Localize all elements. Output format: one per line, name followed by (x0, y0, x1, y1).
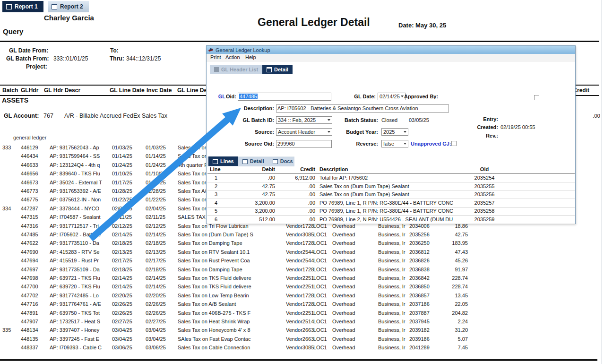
report-row[interactable]: 447716AP: 9317764761 - A/E02/26/2502/26/… (0, 301, 604, 309)
report-row[interactable]: 447907AP: 1732517 - Heat S02/27/2502/27/… (0, 319, 604, 327)
gl-line-row[interactable]: 1.006,912.00Total for AP: I7056022035254 (207, 174, 575, 182)
batch-status-value: Closed (381, 117, 397, 123)
cell-comp: Business, Ir (378, 319, 407, 324)
cell-comp: Business, Ir (378, 293, 407, 298)
project-label: Project: (26, 63, 47, 70)
budget-year-select[interactable]: 2025 (381, 128, 408, 136)
cell-descr: AP: 9317599464 - SS (50, 153, 110, 159)
report-row[interactable]: 448337AP: I709393 - Cable C03/06/2503/06… (0, 345, 604, 353)
window-titlebar[interactable]: General Ledger Lookup (207, 46, 575, 54)
cell-d2: 02/26/25 (146, 310, 166, 316)
tab-report-2[interactable]: Report 2 (48, 1, 89, 12)
cell-loc: LOC1 (313, 293, 327, 298)
gl-batch-id-select[interactable]: 334 :: Feb, 2025 (276, 116, 332, 124)
divider (0, 41, 599, 42)
tab-gl-header-list[interactable]: GL Header List (210, 65, 262, 74)
gl-line-row[interactable]: 43,200.00.00PO 76989, Line 1, R P/N: RG-… (207, 199, 575, 208)
cell-dept: Overhead (332, 275, 355, 281)
oid-input[interactable]: 447485 (238, 93, 331, 101)
cell-dept: Overhead (332, 319, 355, 324)
created-label: Created: (464, 124, 498, 130)
report-row[interactable]: 447700AP: 639720 - TKS Flu02/14/2502/14/… (0, 284, 604, 292)
gl-date-select[interactable]: 02/14/25 (378, 93, 406, 100)
cell-ldesc: Sales Tax on RTV Sealant 10.1 (178, 249, 285, 255)
cell-amt: 7.45 (430, 345, 468, 350)
cell-oid: 2041289 (409, 345, 430, 350)
tab-docs[interactable]: Docs (268, 156, 297, 166)
cell-descr: AP: 0375612-IN - Non (50, 197, 110, 202)
gl-line-row[interactable]: 2-42.75.00Sales Tax on (Dum Dum Tape) Se… (207, 182, 575, 191)
cell-d1: 02/11/25 (112, 214, 132, 220)
budget-year-label: Budget Year: (343, 129, 378, 135)
cell-num: 3 (207, 191, 224, 197)
gl-line-row[interactable]: 342.75.00Sales Tax on (Dum Dum Tape) Sea… (207, 191, 575, 199)
oid-label: Oid: (222, 94, 236, 99)
cell-amt: 42.75 (430, 232, 468, 237)
cell-d2: 01/10/25 (146, 171, 166, 176)
cell-oid: 2035256 (469, 191, 500, 197)
gl-line-row[interactable]: 53,200.00.00PO 76989, Line 1, R P/N: RG-… (207, 207, 575, 216)
gl-account-name: A/R - Billable Accrued FedEx Sales Tax (64, 113, 167, 119)
report-row[interactable]: 448135AP: 3397245 - Fast E03/04/2503/04/… (0, 336, 604, 344)
report-row[interactable]: 447622AP: 9317735110 - Da02/18/2502/18/2… (0, 240, 604, 248)
thru-value: 344::12/31/25 (126, 55, 161, 62)
cell-d2: 02/14/25 (146, 232, 166, 237)
chevron-down-icon (401, 95, 404, 97)
cell-hdr: 448134 (21, 327, 38, 333)
unapproved-gj-checkbox[interactable] (451, 141, 457, 146)
cell-oid: 2036826 (409, 258, 430, 263)
cell-dept: Overhead (332, 327, 355, 333)
cell-hdr: 447694 (21, 258, 38, 263)
cell-d1: 03/06/25 (112, 345, 132, 350)
report-row[interactable]: 447316AP: 9317712517 - Tri02/12/2502/12/… (0, 223, 604, 231)
tab-lines-detail[interactable]: Detail (238, 156, 268, 166)
cell-d2: 01/22/25 (146, 197, 166, 202)
cell-num: 4 (207, 200, 224, 206)
reverse-select[interactable]: false (381, 140, 408, 147)
approved-by-checkbox[interactable] (534, 95, 539, 100)
cell-loc: LOC1 (313, 275, 327, 281)
cell-loc: LOC1 (313, 345, 327, 350)
report-row[interactable]: 447697AP: 9317735109 - Da02/18/2502/18/2… (0, 267, 604, 275)
cell-vendor: Vendor2663 (286, 336, 314, 342)
cell-vendor: Vendor3085 (286, 232, 314, 237)
screen: Report 1 Report 2 Charley Garcia General… (0, 0, 604, 364)
cell-d2: 02/12/25 (146, 223, 166, 229)
report-row[interactable]: 335448134AP: 3397407 - Honey03/04/2503/0… (0, 327, 604, 335)
menu-print[interactable]: Print (210, 54, 221, 60)
cell-debit: 42.75 (226, 191, 275, 197)
gl-line-row[interactable]: 6512.00.00PO 76989, Line 2, N P/N: U5544… (207, 216, 575, 224)
cell-ldesc: SAles Tax on Fast Evap Contac (178, 336, 285, 342)
tab-report-1[interactable]: Report 1 (2, 1, 43, 12)
source-oid-value: 299960 (277, 141, 295, 147)
report-row[interactable]: 447690AP: 415283 - RTV Se02/13/2502/13/2… (0, 249, 604, 257)
report-row[interactable]: 447702AP: 9317742485 - Lo02/20/2502/20/2… (0, 293, 604, 301)
cell-desc: Sales Tax on (Dum Dum Tape) Sealant (319, 191, 467, 197)
source-oid-input[interactable]: 299960 (276, 140, 332, 148)
menu-help[interactable]: Help (245, 54, 256, 60)
report-row[interactable]: 447694AP: 415519 - Rust Pr02/17/2502/17/… (0, 258, 604, 266)
report-row[interactable]: 447485AP: I705602 - Batterie02/14/2502/1… (0, 232, 604, 240)
cell-oid: 2035257 (469, 200, 500, 206)
cell-hdr: 446773 (21, 188, 38, 194)
tab-detail[interactable]: Detail (262, 65, 293, 74)
cell-d2: 01/17/25 (146, 180, 166, 185)
lines-col-line: Line (210, 166, 221, 172)
window-icon (6, 4, 12, 9)
report-row[interactable]: 447891AP: 639750 - TKS Tot02/26/2502/26/… (0, 310, 604, 318)
tab-lines[interactable]: Lines (208, 156, 238, 166)
cell-vendor: Vendor2663 (286, 327, 314, 333)
menu-action[interactable]: Action (225, 54, 240, 60)
cell-debit: -42.75 (226, 183, 275, 189)
cell-ldesc: Sales Tax on 406B-275 - TKS F (178, 310, 285, 316)
source-select[interactable]: Account Header (276, 128, 332, 136)
unapproved-gj-label: Unapproved GJ: (411, 141, 451, 147)
report-row[interactable]: 447698AP: 639721 - TKS Flu02/14/2502/14/… (0, 275, 604, 283)
chevron-down-icon (328, 131, 330, 133)
description-input[interactable]: AP: I705602 - Batteries & Sealantgo Sout… (276, 104, 449, 113)
cell-oid: 2036812 (409, 249, 430, 255)
cell-loc: LOC1 (313, 258, 327, 263)
cell-d1: 02/18/25 (112, 267, 132, 272)
gl-batch-from-value: 333::01/01/25 (53, 55, 88, 62)
cell-amt: 13.45 (430, 293, 468, 298)
